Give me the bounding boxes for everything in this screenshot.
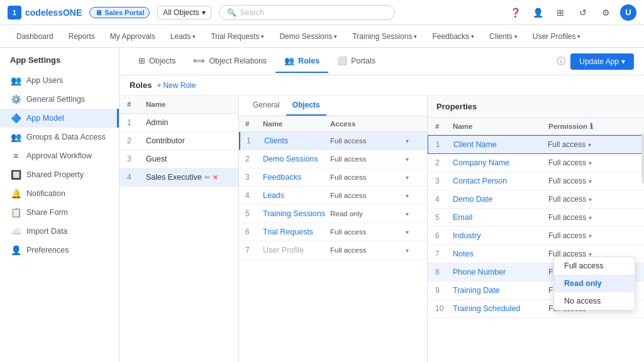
nav-trial-requests[interactable]: Trial Requests ▾ — [204, 28, 270, 45]
role-row-contributor[interactable]: 2 Contributor — [119, 132, 238, 150]
obj-name-training-sessions: Training Sessions — [263, 209, 330, 218]
users-icon[interactable]: 👤 — [530, 4, 546, 21]
search-box[interactable]: 🔍 Search — [219, 5, 395, 20]
obj-tab-objects[interactable]: Objects — [286, 96, 326, 116]
perm-select-email[interactable]: Full access ▾ — [548, 213, 636, 222]
permission-info-icon[interactable]: ℹ — [590, 122, 593, 131]
sidebar-item-app-users[interactable]: 👥 App Users — [0, 71, 119, 90]
obj-row-clients[interactable]: 1 Clients Full access ▾ — [239, 132, 427, 150]
workflow-icon: ≡ — [10, 151, 21, 161]
obj-row-leads[interactable]: 4 Leads Full access ▾ — [239, 187, 427, 205]
nav-clients[interactable]: Clients ▾ — [483, 28, 524, 45]
dropdown-option-read-only[interactable]: Read only — [554, 275, 635, 292]
tab-objects[interactable]: ⊞ Objects — [130, 50, 184, 73]
dropdown-option-no-access[interactable]: No access — [554, 292, 635, 310]
chevron-down-icon: ▾ — [202, 8, 206, 17]
perm-select-contact-person[interactable]: Full access ▾ — [548, 177, 636, 185]
sidebar-item-app-model[interactable]: 🔷 App Model — [0, 109, 119, 128]
permission-dropdown[interactable]: Full access Read only No access — [553, 256, 635, 310]
obj-access-demo-sessions: Full access — [330, 155, 406, 163]
obj-row-feedbacks[interactable]: 3 Feedbacks Full access ▾ — [239, 168, 427, 187]
nav-reports[interactable]: Reports — [62, 28, 101, 45]
sidebar-item-import-data[interactable]: ☁️ Import Data — [0, 222, 119, 241]
obj-row-demo-sessions[interactable]: 2 Demo Sessions Full access ▾ — [239, 150, 427, 168]
nav-user-profiles[interactable]: User Profiles ▾ — [526, 28, 587, 45]
prop-row-demo-date[interactable]: 4 Demo Date Full access ▾ — [428, 190, 644, 209]
prop-num-9: 9 — [435, 286, 453, 295]
obj-chevron-feedbacks[interactable]: ▾ — [406, 174, 421, 181]
prop-name-phone-number: Phone Number — [453, 268, 548, 277]
roles-tab-icon: 👥 — [284, 56, 294, 65]
role-row-guest[interactable]: 3 Guest — [119, 150, 238, 168]
group-icon: 👥 — [10, 132, 21, 142]
all-objects-label: All Objects — [163, 8, 199, 17]
update-app-label: Update App — [579, 57, 619, 66]
grid-icon[interactable]: ⊞ — [552, 4, 569, 21]
prop-row-email[interactable]: 5 Email Full access ▾ — [428, 209, 644, 227]
prop-name-training-scheduled: Training Scheduled — [453, 304, 548, 313]
perm-select-client-name[interactable]: Full access ▾ — [548, 140, 636, 149]
role-num-1: 1 — [127, 118, 146, 127]
sidebar-item-notification[interactable]: 🔔 Notification — [0, 184, 119, 203]
sidebar-item-share-form[interactable]: 📋 Share Form — [0, 203, 119, 222]
obj-access-leads: Full access — [330, 192, 406, 199]
nav-training-sessions[interactable]: Training Sessions ▾ — [346, 28, 423, 45]
nav-feedbacks[interactable]: Feedbacks ▾ — [426, 28, 480, 45]
perm-select-company-name[interactable]: Full access ▾ — [548, 158, 636, 167]
obj-access-trial-requests: Full access — [330, 228, 406, 236]
nav-demo-sessions[interactable]: Demo Sessions ▾ — [273, 28, 343, 45]
scrollbar[interactable] — [641, 133, 644, 184]
obj-row-trial-requests[interactable]: 6 Trial Requests Full access ▾ — [239, 223, 427, 241]
settings-icon[interactable]: ⚙ — [597, 4, 614, 21]
perm-select-demo-date[interactable]: Full access ▾ — [548, 195, 636, 204]
nav-dashboard[interactable]: Dashboard — [10, 28, 60, 45]
obj-chevron-leads[interactable]: ▾ — [406, 192, 421, 199]
history-icon[interactable]: ↺ — [575, 4, 591, 21]
sidebar-item-groups-data-access[interactable]: 👥 Groups & Data Access — [0, 128, 119, 146]
sidebar-label-app-users: App Users — [26, 76, 63, 85]
dropdown-option-full-access[interactable]: Full access — [554, 257, 635, 275]
obj-tab-general[interactable]: General — [247, 96, 286, 116]
prop-row-client-name[interactable]: 1 Client Name Full access ▾ — [428, 135, 644, 154]
prop-num-4: 4 — [435, 195, 453, 204]
obj-chevron-demo-sessions[interactable]: ▾ — [406, 156, 421, 163]
obj-chevron-training-sessions[interactable]: ▾ — [406, 211, 421, 217]
tab-object-relations[interactable]: ⟺ Object Relations — [184, 50, 275, 73]
all-objects-button[interactable]: All Objects ▾ — [157, 6, 211, 19]
obj-chevron-trial-requests[interactable]: ▾ — [406, 229, 421, 236]
obj-chevron-clients[interactable]: ▾ — [406, 138, 421, 145]
app-badge[interactable]: 🖥 Sales Portal — [89, 7, 150, 18]
perm-select-industry[interactable]: Full access ▾ — [548, 231, 636, 240]
role-row-sales-executive[interactable]: 4 Sales Executive ✏ ✕ — [119, 168, 238, 187]
nav-leads[interactable]: Leads ▾ — [164, 28, 203, 45]
new-role-button[interactable]: + New Role — [157, 81, 196, 90]
tab-roles[interactable]: 👥 Roles — [275, 50, 328, 73]
delete-icon[interactable]: ✕ — [213, 173, 218, 182]
tab-objects-label: Objects — [149, 57, 175, 65]
sidebar-item-shared-property[interactable]: 🔲 Shared Property — [0, 165, 119, 184]
sidebar-item-approval-workflow[interactable]: ≡ Approval Workflow — [0, 146, 119, 165]
prop-col-permission: Permission ℹ — [548, 122, 636, 131]
pencil-icon[interactable]: ✏ — [204, 173, 210, 182]
update-app-button[interactable]: Update App ▾ — [570, 53, 634, 70]
prop-num-5: 5 — [435, 213, 453, 222]
nav-my-approvals[interactable]: My Approvals — [104, 28, 162, 45]
sidebar-item-general-settings[interactable]: ⚙️ General Settings — [0, 90, 119, 109]
help-circle-icon[interactable]: ⓘ — [557, 56, 565, 67]
prop-row-company-name[interactable]: 2 Company Name Full access ▾ — [428, 154, 644, 172]
obj-row-training-sessions[interactable]: 5 Training Sessions Read only ▾ — [239, 205, 427, 223]
perm-chevron-client-name: ▾ — [588, 141, 591, 148]
obj-chevron-user-profile[interactable]: ▾ — [406, 247, 421, 254]
sidebar-item-preferences[interactable]: 👤 Preferences — [0, 241, 119, 260]
portals-tab-icon: ⬜ — [337, 56, 347, 65]
obj-row-user-profile[interactable]: 7 User Profile Full access ▾ — [239, 241, 427, 260]
form-icon: 📋 — [10, 207, 21, 217]
prop-row-contact-person[interactable]: 3 Contact Person Full access ▾ — [428, 172, 644, 190]
relations-tab-icon: ⟺ — [193, 56, 205, 65]
tab-portals[interactable]: ⬜ Portals — [328, 50, 384, 73]
prop-row-industry[interactable]: 6 Industry Full access ▾ — [428, 227, 644, 245]
user-avatar[interactable]: U — [620, 4, 636, 21]
role-row-admin[interactable]: 1 Admin — [119, 114, 238, 132]
help-icon[interactable]: ❓ — [507, 4, 523, 21]
sidebar-label-shared-property: Shared Property — [26, 170, 84, 179]
